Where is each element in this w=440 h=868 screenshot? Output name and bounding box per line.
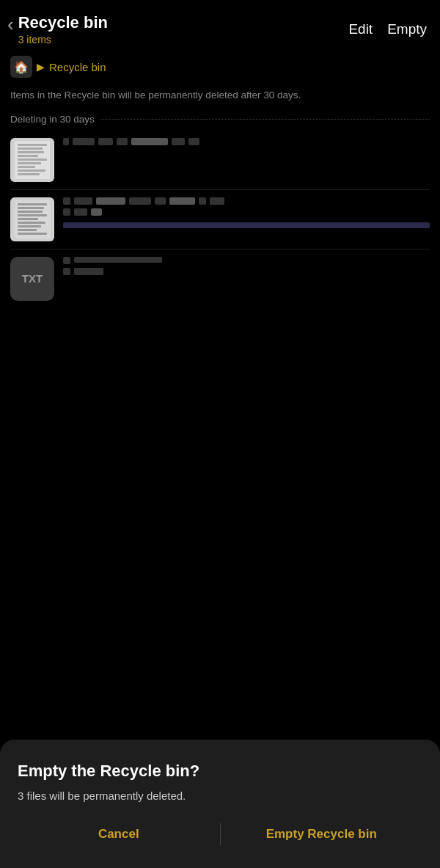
confirm-dialog: Empty the Recycle bin? 3 files will be p… — [0, 740, 440, 868]
meta-block — [63, 138, 69, 145]
section-label: Deleting in 30 days — [10, 114, 95, 125]
file-thumbnail: TXT — [10, 257, 54, 301]
meta-block — [74, 197, 92, 205]
meta-block — [74, 257, 162, 263]
dialog-message: 3 files will be permanently deleted. — [18, 789, 422, 802]
back-button[interactable]: ‹ — [7, 15, 14, 34]
list-item[interactable] — [10, 131, 430, 190]
breadcrumb: 🏠 ▶ Recycle bin — [0, 51, 440, 85]
meta-block — [117, 138, 128, 145]
file-meta-row-1 — [63, 197, 430, 205]
meta-block — [172, 138, 185, 145]
empty-button[interactable]: Empty — [387, 21, 427, 37]
header-actions: Edit Empty — [348, 21, 427, 37]
meta-block — [63, 197, 70, 205]
meta-block — [155, 197, 166, 205]
header-left: ‹ Recycle bin 3 items — [7, 13, 108, 45]
section-header: Deleting in 30 days — [0, 114, 440, 131]
meta-block — [73, 138, 95, 145]
file-meta — [63, 197, 430, 228]
empty-recycle-bin-button[interactable]: Empty Recycle bin — [221, 823, 423, 846]
file-meta — [63, 257, 430, 275]
meta-block — [131, 138, 168, 145]
meta-block — [210, 197, 224, 205]
file-meta-row — [63, 138, 430, 145]
breadcrumb-label[interactable]: Recycle bin — [49, 61, 106, 73]
meta-block — [96, 197, 125, 205]
file-progress-bar — [63, 222, 430, 228]
meta-block — [98, 138, 113, 145]
meta-block — [199, 197, 206, 205]
meta-block — [74, 208, 87, 216]
info-text: Items in the Recycle bin will be permane… — [0, 85, 440, 113]
meta-block — [91, 208, 102, 216]
file-meta-row-2 — [63, 268, 430, 275]
file-thumbnail — [10, 138, 54, 182]
cancel-button[interactable]: Cancel — [18, 823, 220, 846]
meta-block — [74, 268, 103, 275]
home-icon[interactable]: 🏠 — [10, 56, 32, 78]
file-meta-row-2 — [63, 208, 430, 216]
meta-block — [63, 268, 70, 275]
file-thumbnail — [10, 197, 54, 241]
meta-block — [169, 197, 195, 205]
dialog-actions: Cancel Empty Recycle bin — [18, 823, 422, 846]
file-meta — [63, 138, 430, 145]
list-item[interactable] — [10, 190, 430, 249]
meta-block — [188, 138, 199, 145]
file-list: TXT — [0, 131, 440, 308]
list-item[interactable]: TXT — [10, 249, 430, 308]
dialog-title: Empty the Recycle bin? — [18, 762, 422, 781]
item-count: 3 items — [18, 34, 108, 45]
breadcrumb-arrow-icon: ▶ — [37, 61, 45, 73]
page-title: Recycle bin — [18, 13, 108, 32]
section-divider — [100, 119, 430, 120]
edit-button[interactable]: Edit — [348, 21, 373, 37]
header: ‹ Recycle bin 3 items Edit Empty — [0, 0, 440, 51]
txt-icon: TXT — [22, 272, 43, 285]
header-title-block: Recycle bin 3 items — [18, 13, 108, 45]
meta-block — [63, 257, 70, 264]
meta-block — [129, 197, 151, 205]
file-meta-row — [63, 257, 430, 264]
meta-block — [63, 208, 70, 216]
